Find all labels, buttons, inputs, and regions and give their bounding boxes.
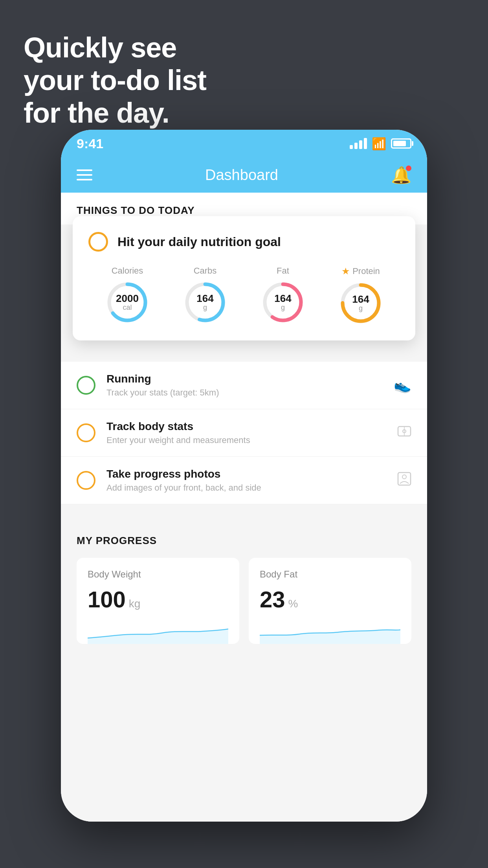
body-stats-title: Track body stats: [106, 420, 386, 433]
macro-fat: Fat 164 g: [261, 266, 305, 324]
body-fat-value: 23: [260, 586, 285, 612]
macro-label-carbs: Carbs: [194, 266, 217, 276]
bell-icon[interactable]: 🔔: [391, 166, 411, 185]
list-item-progress-photos[interactable]: Take progress photos Add images of your …: [61, 457, 427, 504]
macro-value-protein: 164: [352, 294, 369, 304]
goal-circle-check[interactable]: [88, 232, 108, 252]
app-header: Dashboard 🔔: [61, 157, 427, 193]
running-circle: [77, 376, 95, 395]
body-weight-unit: kg: [129, 598, 141, 610]
macro-unit-fat: g: [274, 303, 291, 312]
app-headline: Quickly see your to-do list for the day.: [24, 31, 206, 129]
donut-fat: 164 g: [261, 281, 305, 324]
body-weight-value: 100: [88, 586, 126, 612]
signal-icon: [350, 138, 367, 149]
progress-card-weight[interactable]: Body Weight 100 kg: [77, 558, 239, 644]
header-title: Dashboard: [205, 167, 278, 184]
macro-value-carbs: 164: [196, 293, 213, 303]
macro-unit-protein: g: [352, 304, 369, 313]
macro-carbs: Carbs 164 g: [183, 266, 227, 324]
nutrition-goal-row: Hit your daily nutrition goal: [88, 232, 400, 252]
status-icons: 📶: [350, 137, 411, 151]
progress-card-fat[interactable]: Body Fat 23 %: [249, 558, 411, 644]
things-section-title: THINGS TO DO TODAY: [77, 204, 195, 216]
progress-cards: Body Weight 100 kg Body Fat: [77, 558, 411, 644]
body-stats-circle: [77, 423, 95, 442]
star-icon: ★: [341, 266, 350, 277]
progress-photos-circle: [77, 471, 95, 490]
body-weight-title: Body Weight: [88, 569, 228, 580]
donut-carbs: 164 g: [183, 281, 227, 324]
running-title: Running: [106, 373, 383, 385]
body-stats-text: Track body stats Enter your weight and m…: [106, 420, 386, 445]
hamburger-icon: [77, 174, 92, 176]
person-icon: [397, 472, 411, 489]
macro-label-protein-row: ★ Protein: [341, 266, 380, 277]
macro-value-calories: 2000: [116, 293, 139, 303]
todo-list: Running Track your stats (target: 5km) 👟…: [61, 362, 427, 504]
running-subtitle: Track your stats (target: 5km): [106, 388, 383, 398]
body-weight-value-row: 100 kg: [88, 586, 228, 612]
macro-unit-calories: cal: [116, 303, 139, 312]
wifi-icon: 📶: [372, 137, 386, 151]
progress-section: MY PROGRESS Body Weight 100 kg: [61, 519, 427, 644]
nutrition-card: Hit your daily nutrition goal Calories 2…: [73, 216, 415, 340]
macro-calories: Calories 2000 cal: [106, 266, 149, 324]
macro-value-fat: 164: [274, 293, 291, 303]
menu-button[interactable]: [77, 169, 92, 180]
body-stats-subtitle: Enter your weight and measurements: [106, 435, 386, 445]
phone-mockup: 9:41 📶 Dashboard 🔔: [61, 130, 427, 822]
donut-calories: 2000 cal: [106, 281, 149, 324]
list-item-body-stats[interactable]: Track body stats Enter your weight and m…: [61, 409, 427, 457]
body-fat-title: Body Fat: [260, 569, 400, 580]
status-time: 9:41: [77, 136, 103, 151]
body-fat-chart: [260, 620, 400, 644]
body-fat-unit: %: [288, 598, 298, 610]
hamburger-icon: [77, 179, 92, 180]
status-bar: 9:41 📶: [61, 130, 427, 157]
notification-dot: [406, 166, 411, 171]
nutrition-circles: Calories 2000 cal Carbs: [88, 266, 400, 325]
list-item-running[interactable]: Running Track your stats (target: 5km) 👟: [61, 362, 427, 409]
shoe-icon: 👟: [394, 377, 411, 394]
app-content: THINGS TO DO TODAY Hit your daily nutrit…: [61, 193, 427, 822]
macro-label-calories: Calories: [112, 266, 143, 276]
progress-photos-text: Take progress photos Add images of your …: [106, 468, 386, 493]
running-text: Running Track your stats (target: 5km): [106, 373, 383, 398]
svg-point-12: [402, 475, 406, 479]
macro-label-fat: Fat: [277, 266, 289, 276]
progress-section-title: MY PROGRESS: [77, 535, 411, 547]
macro-unit-carbs: g: [196, 303, 213, 312]
battery-icon: [391, 138, 411, 149]
progress-photos-subtitle: Add images of your front, back, and side: [106, 483, 386, 493]
body-weight-chart: [88, 620, 228, 644]
donut-protein: 164 g: [339, 281, 382, 325]
body-fat-value-row: 23 %: [260, 586, 400, 612]
scale-icon: [397, 424, 411, 442]
macro-label-protein: Protein: [352, 266, 380, 276]
nutrition-goal-title: Hit your daily nutrition goal: [117, 235, 281, 249]
macro-protein: ★ Protein 164 g: [339, 266, 382, 325]
hamburger-icon: [77, 169, 92, 171]
progress-photos-title: Take progress photos: [106, 468, 386, 480]
